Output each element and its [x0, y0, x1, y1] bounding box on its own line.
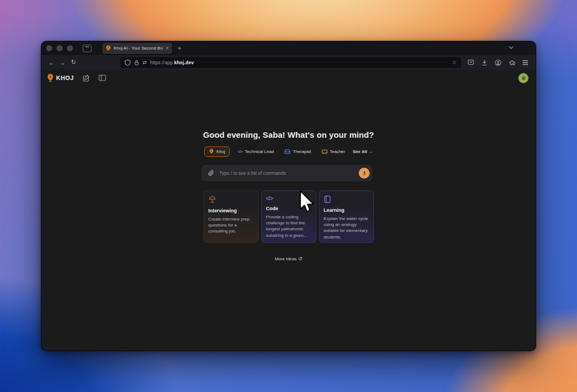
account-icon[interactable]: [495, 59, 501, 66]
agent-pill-label: Teacher: [330, 149, 345, 154]
card-learning[interactable]: Learning Explain the water cycle using a…: [319, 191, 374, 243]
couch-icon: [284, 149, 291, 154]
agent-pill-label: Khoj: [216, 149, 225, 154]
khoj-logo[interactable]: KHOJ: [47, 74, 74, 82]
tab-khoj[interactable]: Khoj AI - Your Second Brain ×: [102, 43, 172, 54]
agent-pill-therapist[interactable]: Therapist: [281, 148, 314, 156]
lamp-icon: [208, 195, 254, 204]
more-ideas-button[interactable]: More Ideas ↺: [275, 256, 303, 261]
pocket-icon[interactable]: [468, 59, 474, 65]
card-interviewing[interactable]: Interviewing Create interview prep quest…: [204, 191, 259, 243]
toolbar-icons: [468, 59, 529, 66]
chat-input[interactable]: [219, 170, 354, 176]
card-description: Provide a coding challenge to find the l…: [266, 214, 311, 238]
minimize-window-button[interactable]: [57, 45, 63, 51]
tab-title: Khoj AI - Your Second Brain: [114, 46, 163, 51]
downloads-icon[interactable]: [481, 59, 488, 66]
agent-pill-khoj[interactable]: Khoj: [204, 146, 230, 157]
browser-window: Khoj AI - Your Second Brain × + ← → ↻ ⇄ …: [41, 41, 536, 351]
url-text[interactable]: https://app.khoj.dev: [150, 60, 194, 65]
avatar-glyph: [522, 76, 525, 80]
new-tab-button[interactable]: +: [177, 44, 182, 52]
card-title: Code: [266, 206, 311, 211]
reload-button[interactable]: ↻: [68, 59, 79, 66]
more-ideas-label: More Ideas: [275, 256, 297, 261]
card-description: Create interview prep questions for a co…: [208, 216, 254, 235]
microphone-icon: [362, 170, 367, 176]
chat-input-box[interactable]: [201, 165, 372, 181]
new-chat-icon[interactable]: [83, 75, 90, 82]
tab-bar: Khoj AI - Your Second Brain × +: [41, 41, 536, 55]
desktop: { "browser": { "tab": { "title": "Khoj A…: [0, 0, 577, 392]
sidebar-toggle-icon[interactable]: [99, 75, 106, 81]
extensions-icon[interactable]: [508, 59, 515, 66]
book-icon: [324, 195, 369, 203]
card-title: Interviewing: [208, 208, 254, 213]
agent-pill-label: Technical Lead: [245, 149, 274, 154]
tab-close-icon[interactable]: ×: [165, 46, 169, 51]
url-prefix: https://app.: [150, 60, 174, 65]
agent-pill-label: Therapist: [293, 149, 311, 154]
close-window-button[interactable]: [46, 45, 52, 51]
refresh-icon: ↺: [298, 256, 303, 261]
menu-hamburger-icon[interactable]: [522, 60, 529, 65]
url-bar[interactable]: ⇄ https://app.khoj.dev ☆: [120, 57, 461, 68]
swap-arrows-icon[interactable]: ⇄: [143, 60, 147, 65]
card-title: Learning: [324, 207, 369, 213]
mic-button[interactable]: [359, 168, 370, 179]
app-header: KHOJ: [47, 74, 106, 82]
user-avatar[interactable]: [518, 73, 529, 83]
bookmark-star-icon[interactable]: ☆: [452, 59, 457, 65]
suggestion-cards: Interviewing Create interview prep quest…: [201, 191, 376, 243]
main-column: Good evening, Saba! What's on your mind?…: [201, 70, 376, 262]
traffic-lights: [46, 45, 73, 51]
agent-pill-teacher[interactable]: Teacher: [319, 148, 348, 156]
navigation-bar: ← → ↻ ⇄ https://app.khoj.dev ☆: [41, 55, 536, 70]
lock-icon[interactable]: [134, 59, 139, 66]
khoj-logo-text: KHOJ: [56, 75, 74, 81]
tracking-shield-icon[interactable]: [125, 59, 131, 66]
code-icon: </>: [237, 149, 242, 154]
card-code[interactable]: </> Code Provide a coding challenge to f…: [261, 191, 316, 243]
back-button[interactable]: ←: [46, 59, 57, 66]
code-brackets-icon: </>: [266, 195, 311, 201]
agent-pill-technical-lead[interactable]: </> Technical Lead: [235, 148, 277, 156]
card-description: Explain the water cycle using an analogy…: [324, 216, 369, 240]
khoj-favicon-icon: [106, 45, 111, 52]
page-content: KHOJ Good evening, Saba! What's on your …: [41, 70, 536, 351]
see-all-link[interactable]: See All →: [353, 149, 373, 154]
url-domain: khoj.dev: [174, 60, 194, 65]
agent-pills: Khoj </> Technical Lead Therapist: [201, 146, 376, 157]
khoj-lantern-icon: [47, 74, 54, 82]
greeting-heading: Good evening, Saba! What's on your mind?: [201, 130, 376, 139]
all-tabs-chevron-icon[interactable]: [508, 46, 514, 50]
zoom-window-button[interactable]: [67, 45, 73, 51]
paperclip-icon[interactable]: [208, 170, 214, 177]
firefox-view-icon[interactable]: [83, 45, 91, 52]
forward-button[interactable]: →: [57, 59, 68, 66]
blackboard-icon: [322, 149, 328, 155]
khoj-agent-icon: [209, 149, 214, 155]
